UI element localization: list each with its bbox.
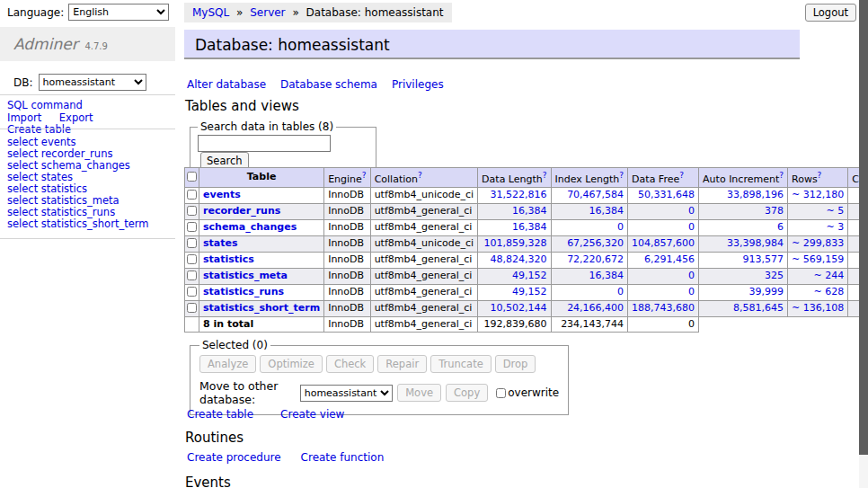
sql-command-link[interactable]: SQL command xyxy=(7,100,83,112)
rows-count-link[interactable]: ~ 3 xyxy=(826,221,844,233)
index-length-link[interactable]: 67,256,320 xyxy=(567,237,624,249)
table-name-link[interactable]: recorder_runs xyxy=(203,205,280,217)
search-input[interactable] xyxy=(198,135,331,152)
scrollbar-thumb[interactable] xyxy=(859,0,868,455)
rows-count-link[interactable]: ~ 569,159 xyxy=(792,253,844,265)
row-checkbox[interactable] xyxy=(187,190,197,200)
overwrite-label: overwrite xyxy=(508,386,559,399)
row-checkbox[interactable] xyxy=(187,222,197,232)
table-name-link[interactable]: schema_changes xyxy=(203,221,297,233)
auto-increment-link[interactable]: 378 xyxy=(765,205,784,217)
index-length-link[interactable]: 16,384 xyxy=(589,270,624,281)
sidebar-select-table-link[interactable]: select statistics_short_term xyxy=(7,218,148,230)
rows-count-link[interactable]: ~ 5 xyxy=(826,205,844,217)
table-name-link[interactable]: statistics_short_term xyxy=(203,302,320,314)
rows-count-link[interactable]: ~ 628 xyxy=(813,286,844,297)
table-name-link[interactable]: statistics xyxy=(203,253,254,265)
rows-count-link[interactable]: ~ 312,180 xyxy=(792,189,844,200)
data-length-link[interactable]: 31,522,816 xyxy=(491,189,547,200)
row-checkbox[interactable] xyxy=(187,238,197,248)
data-length-link[interactable]: 16,384 xyxy=(512,205,547,217)
data-free-link[interactable]: 104,857,600 xyxy=(632,237,695,249)
data-length-link[interactable]: 48,824,320 xyxy=(491,253,547,265)
auto-increment-link[interactable]: 325 xyxy=(765,270,784,281)
app-title-link[interactable]: Adminer xyxy=(13,35,78,53)
selected-fieldset: Selected (0) Analyze Optimize Check Repa… xyxy=(190,339,569,415)
rows-count-link[interactable]: ~ 244 xyxy=(813,270,844,281)
collation-cell: utf8mb4_general_ci xyxy=(370,300,477,316)
collation-cell: utf8mb4_unicode_ci xyxy=(370,187,477,203)
data-free-link[interactable]: 0 xyxy=(688,205,695,217)
index-length-link[interactable]: 72,220,672 xyxy=(567,253,624,265)
engine-cell: InnoDB xyxy=(324,252,370,268)
table-name-link[interactable]: events xyxy=(203,189,241,200)
data-free-link[interactable]: 50,331,648 xyxy=(638,189,695,200)
rows-count-link[interactable]: ~ 136,108 xyxy=(792,302,844,314)
create-table-sidebar-link[interactable]: Create table xyxy=(7,124,71,137)
data-free-link[interactable]: 0 xyxy=(688,286,695,297)
export-link[interactable]: Export xyxy=(59,112,93,125)
create-procedure-link[interactable]: Create procedure xyxy=(187,451,281,464)
table-name-link[interactable]: states xyxy=(203,237,238,249)
column-help-link[interactable]: ? xyxy=(818,171,822,180)
table-name-link[interactable]: statistics_meta xyxy=(203,270,288,281)
column-help-link[interactable]: ? xyxy=(779,171,784,180)
breadcrumb-server-link[interactable]: Server xyxy=(250,6,285,19)
data-length-link[interactable]: 10,502,144 xyxy=(491,302,547,314)
rows-count-link[interactable]: ~ 299,833 xyxy=(792,237,844,249)
selected-legend: Selected (0) xyxy=(199,339,270,351)
auto-increment-link[interactable]: 913,577 xyxy=(743,253,784,265)
overwrite-checkbox[interactable] xyxy=(496,388,506,398)
alter-database-link[interactable]: Alter database xyxy=(187,78,266,91)
privileges-link[interactable]: Privileges xyxy=(392,78,444,91)
data-length-link[interactable]: 49,152 xyxy=(512,270,547,281)
create-function-link[interactable]: Create function xyxy=(301,451,385,464)
table-row: statistics_meta InnoDB utf8mb4_general_c… xyxy=(185,268,868,284)
data-length-link[interactable]: 49,152 xyxy=(512,286,547,297)
import-link[interactable]: Import xyxy=(7,112,41,125)
collation-cell: utf8mb4_general_ci xyxy=(370,203,477,219)
row-checkbox[interactable] xyxy=(187,303,197,313)
column-help-link[interactable]: ? xyxy=(619,171,624,180)
language-select[interactable]: English xyxy=(68,4,169,21)
index-length-link[interactable]: 16,384 xyxy=(589,205,624,217)
index-length-link[interactable]: 70,467,584 xyxy=(567,189,624,200)
data-free-link[interactable]: 188,743,680 xyxy=(632,302,695,314)
data-free-link[interactable]: 6,291,456 xyxy=(644,253,695,265)
column-header-table: Table xyxy=(199,168,324,188)
row-checkbox[interactable] xyxy=(187,271,197,280)
select-all-checkbox[interactable] xyxy=(187,172,197,182)
breadcrumb-mysql-link[interactable]: MySQL xyxy=(192,6,229,19)
table-name-link[interactable]: statistics_runs xyxy=(203,286,284,297)
db-select[interactable]: homeassistant xyxy=(39,74,146,91)
data-length-link[interactable]: 16,384 xyxy=(512,221,547,233)
column-help-link[interactable]: ? xyxy=(543,171,547,180)
data-free-link[interactable]: 0 xyxy=(688,221,695,233)
index-length-link[interactable]: 0 xyxy=(617,286,624,297)
database-schema-link[interactable]: Database schema xyxy=(280,78,377,91)
create-view-link[interactable]: Create view xyxy=(280,408,344,421)
logout-button[interactable]: Logout xyxy=(805,4,856,22)
data-free-link[interactable]: 0 xyxy=(688,270,695,281)
total-index-length: 234,143,744 xyxy=(551,316,628,332)
row-checkbox[interactable] xyxy=(187,254,197,264)
column-help-link[interactable]: ? xyxy=(679,171,684,180)
auto-increment-link[interactable]: 33,398,984 xyxy=(727,237,784,249)
auto-increment-link[interactable]: 8,581,645 xyxy=(733,302,784,314)
create-table-link[interactable]: Create table xyxy=(187,408,253,421)
collation-cell: utf8mb4_general_ci xyxy=(370,284,477,300)
page-scrollbar[interactable] xyxy=(859,0,868,488)
column-help-link[interactable]: ? xyxy=(362,171,367,180)
row-checkbox[interactable] xyxy=(187,206,197,216)
index-length-link[interactable]: 24,166,400 xyxy=(567,302,624,314)
column-help-link[interactable]: ? xyxy=(418,171,422,180)
row-checkbox[interactable] xyxy=(187,287,197,297)
auto-increment-link[interactable]: 33,898,196 xyxy=(727,189,784,200)
auto-increment-link[interactable]: 39,999 xyxy=(749,286,784,297)
column-header-label: Engine xyxy=(328,173,362,185)
app-header: Adminer 4.7.9 xyxy=(0,27,175,61)
move-db-select[interactable]: homeassistant xyxy=(300,385,393,402)
auto-increment-link[interactable]: 6 xyxy=(777,221,784,233)
index-length-link[interactable]: 0 xyxy=(617,221,624,233)
data-length-link[interactable]: 101,859,328 xyxy=(484,237,547,249)
